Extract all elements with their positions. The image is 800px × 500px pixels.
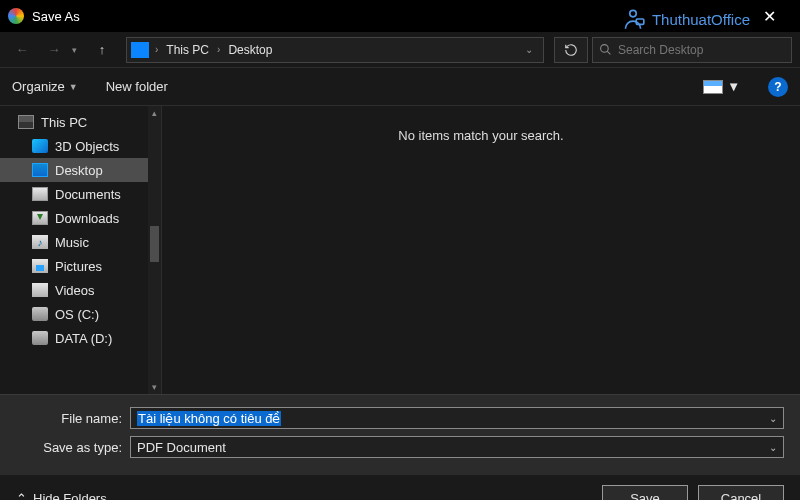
sidebar-item-label: Videos <box>55 283 95 298</box>
scroll-up-icon[interactable]: ▴ <box>148 106 161 120</box>
view-mode-button[interactable]: ▼ <box>703 79 740 94</box>
sidebar-item-label: This PC <box>41 115 87 130</box>
desktop-icon <box>32 163 48 177</box>
hide-folders-button[interactable]: ⌃ Hide Folders <box>16 491 107 501</box>
sidebar-item-desktop[interactable]: Desktop <box>0 158 161 182</box>
filename-label: File name: <box>16 411 130 426</box>
pc-icon <box>18 115 34 129</box>
breadcrumb-root[interactable]: This PC <box>164 43 211 57</box>
sidebar-item-3d-objects[interactable]: 3D Objects <box>0 134 161 158</box>
sidebar-item-label: Pictures <box>55 259 102 274</box>
nav-forward-button[interactable]: → <box>40 36 68 64</box>
sidebar-item-downloads[interactable]: Downloads <box>0 206 161 230</box>
empty-message: No items match your search. <box>398 128 563 394</box>
file-list-area[interactable]: No items match your search. <box>162 106 800 394</box>
help-button[interactable]: ? <box>768 77 788 97</box>
sidebar-item-label: 3D Objects <box>55 139 119 154</box>
close-button[interactable]: ✕ <box>746 0 792 32</box>
scroll-thumb[interactable] <box>150 226 159 262</box>
nav-row: ← → ▾ ↑ › This PC › Desktop ⌄ <box>0 32 800 68</box>
search-input[interactable] <box>618 43 785 57</box>
toolbar: Organize ▼ New folder ▼ ? <box>0 68 800 106</box>
view-icon <box>703 80 723 94</box>
action-row: ⌃ Hide Folders Save Cancel <box>0 475 800 500</box>
sidebar: This PC 3D Objects Desktop Documents Dow… <box>0 106 162 394</box>
disk-icon <box>32 331 48 345</box>
filetype-select[interactable]: PDF Document ⌄ <box>130 436 784 458</box>
filetype-label: Save as type: <box>16 440 130 455</box>
sidebar-item-pictures[interactable]: Pictures <box>0 254 161 278</box>
address-bar[interactable]: › This PC › Desktop ⌄ <box>126 37 544 63</box>
sidebar-item-this-pc[interactable]: This PC <box>0 110 161 134</box>
chevron-down-icon: ▼ <box>727 79 740 94</box>
new-folder-button[interactable]: New folder <box>106 79 168 94</box>
sidebar-item-label: Downloads <box>55 211 119 226</box>
svg-point-2 <box>601 45 609 53</box>
refresh-button[interactable] <box>554 37 588 63</box>
bottom-panel: File name: Tài liệu không có tiêu đề ⌄ S… <box>0 394 800 475</box>
watermark: ThuthuatOffice <box>620 6 750 32</box>
chevron-right-icon: › <box>217 44 220 55</box>
scroll-down-icon[interactable]: ▾ <box>148 380 161 394</box>
nav-up-button[interactable]: ↑ <box>88 36 116 64</box>
pictures-icon <box>32 259 48 273</box>
sidebar-item-label: DATA (D:) <box>55 331 112 346</box>
chevron-down-icon[interactable]: ⌄ <box>769 442 777 453</box>
disk-icon <box>32 307 48 321</box>
search-box[interactable] <box>592 37 792 63</box>
chevron-down-icon[interactable]: ⌄ <box>769 413 777 424</box>
filetype-value: PDF Document <box>137 440 226 455</box>
sidebar-item-documents[interactable]: Documents <box>0 182 161 206</box>
address-dropdown[interactable]: ⌄ <box>519 44 539 55</box>
chevron-right-icon: › <box>155 44 158 55</box>
filename-input[interactable]: Tài liệu không có tiêu đề ⌄ <box>130 407 784 429</box>
watermark-text: ThuthuatOffice <box>652 11 750 28</box>
chevron-down-icon: ▼ <box>69 82 78 92</box>
sidebar-item-os-c[interactable]: OS (C:) <box>0 302 161 326</box>
sidebar-item-label: Music <box>55 235 89 250</box>
cube-icon <box>32 139 48 153</box>
videos-icon <box>32 283 48 297</box>
svg-point-0 <box>630 10 637 16</box>
sidebar-scrollbar[interactable]: ▴ ▾ <box>148 106 161 394</box>
pc-icon <box>131 42 149 58</box>
sidebar-item-music[interactable]: Music <box>0 230 161 254</box>
organize-label: Organize <box>12 79 65 94</box>
nav-history-dropdown[interactable]: ▾ <box>72 45 84 55</box>
organize-menu[interactable]: Organize ▼ <box>12 79 78 94</box>
breadcrumb-current[interactable]: Desktop <box>226 43 274 57</box>
save-button[interactable]: Save <box>602 485 688 500</box>
sidebar-item-label: OS (C:) <box>55 307 99 322</box>
sidebar-item-label: Documents <box>55 187 121 202</box>
cancel-button[interactable]: Cancel <box>698 485 784 500</box>
nav-back-button[interactable]: ← <box>8 36 36 64</box>
chrome-icon <box>8 8 24 24</box>
hide-folders-label: Hide Folders <box>33 491 107 501</box>
filename-value: Tài liệu không có tiêu đề <box>137 411 281 426</box>
sidebar-item-label: Desktop <box>55 163 103 178</box>
downloads-icon <box>32 211 48 225</box>
sidebar-item-videos[interactable]: Videos <box>0 278 161 302</box>
music-icon <box>32 235 48 249</box>
chevron-up-icon: ⌃ <box>16 491 27 501</box>
documents-icon <box>32 187 48 201</box>
search-icon <box>599 43 612 56</box>
sidebar-item-data-d[interactable]: DATA (D:) <box>0 326 161 350</box>
